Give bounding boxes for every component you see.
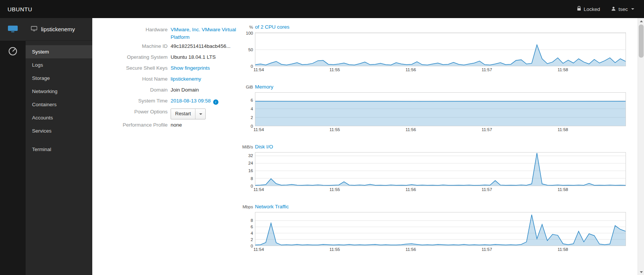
detail-value-link[interactable]: 2018-08-13 09:58 [171,98,211,104]
power-options-dropdown[interactable] [195,109,205,119]
chart-title-link[interactable]: Memory [255,84,273,90]
sidebar-item-system[interactable]: System [26,45,92,58]
detail-label: Hardware [109,24,168,41]
y-tick-label: 16 [248,168,253,173]
rail-machine-tile[interactable] [0,18,26,41]
scrollbar-thumb[interactable] [639,24,644,58]
locked-indicator[interactable]: Locked [577,6,600,12]
system-details: HardwareVMware, Inc. VMware Virtual Plat… [109,24,242,275]
x-tick-label: 11:57 [482,187,492,192]
sidebar-item-containers[interactable]: Containers [26,98,92,111]
detail-row-machine-id: Machine ID49c1822514114bacb456... [109,41,242,52]
chart-title-link[interactable]: of 2 CPU cores [255,24,290,30]
user-label: tsec [618,6,628,12]
detail-label: Machine ID [109,41,168,52]
x-tick-label: 11:56 [406,67,416,72]
detail-value: VMware, Inc. VMware Virtual Platform [171,24,242,41]
detail-row-operating-system: Operating SystemUbuntu 18.04.1 LTS [109,52,242,63]
detail-label: Operating System [109,52,168,63]
detail-value-link[interactable]: VMware, Inc. VMware Virtual Platform [171,27,236,40]
detail-value: 49c1822514114bacb456... [171,41,242,52]
chart-title-link[interactable]: Network Traffic [255,204,289,209]
user-menu[interactable]: tsec [611,6,634,12]
chevron-down-icon [199,113,202,115]
scrollbar-up-arrow[interactable] [638,18,644,24]
y-tick-label: 32 [248,153,253,158]
chart-svg-memory [255,93,626,126]
locked-label: Locked [584,6,600,12]
sidebar-item-services[interactable]: Services [26,124,92,138]
detail-label: Secure Shell Keys [109,63,168,73]
user-icon [611,6,616,12]
topbar: UBUNTU Locked tsec [0,0,644,18]
x-tick-label: 11:58 [558,187,568,192]
x-tick-label: 11:56 [406,247,416,252]
detail-row-system-time: System Time2018-08-13 09:58i [109,95,242,106]
power-options-button: Restart [171,108,206,119]
scrollbar-down-arrow[interactable] [638,269,644,275]
x-tick-label: 11:55 [330,187,340,192]
chart-cpu: %of 2 CPU cores05010011:5411:5511:5611:5… [242,24,626,72]
chart-plot-disk[interactable] [255,152,626,186]
sidebar-item-accounts[interactable]: Accounts [26,111,92,124]
chart-svg-cpu [255,33,626,66]
y-tick-label: 0 [251,184,253,188]
arrow-down-icon [640,271,643,273]
x-tick-label: 11:58 [558,127,568,132]
brand-logo: UBUNTU [8,6,32,12]
lock-icon [577,6,581,12]
y-tick-label: 8 [251,176,253,181]
chart-plot-network[interactable] [255,212,626,246]
chart-x-axis: 11:5411:5511:5611:5711:58 [255,246,626,252]
topbar-right: Locked tsec [577,6,634,12]
info-icon[interactable]: i [213,99,218,105]
detail-value: Show fingerprints [171,63,242,73]
host-name: lipstickenemy [41,26,75,32]
restart-button[interactable]: Restart [171,109,195,119]
gauge-icon [8,46,18,58]
chart-header: MbpsNetwork Traffic [242,204,626,211]
chart-unit-label: GiB [242,85,255,89]
y-tick-label: 6 [251,225,253,229]
detail-value: Join Domain [171,84,242,95]
y-tick-label: 4 [251,107,253,111]
x-tick-label: 11:55 [330,127,340,132]
chart-plot-cpu[interactable] [255,32,626,66]
arrow-up-icon [640,20,643,22]
sidebar-item-terminal[interactable]: Terminal [26,143,92,156]
sidebar-item-logs[interactable]: Logs [26,58,92,72]
chevron-down-icon [631,8,634,10]
chart-plot-memory[interactable] [255,92,626,126]
host-header[interactable]: lipstickenemy [26,18,92,41]
chart-header: MiB/sDisk I/O [242,144,626,151]
x-tick-label: 11:58 [558,67,568,72]
sidebar-item-storage[interactable]: Storage [26,72,92,85]
sidebar-rail [0,18,26,275]
detail-label: System Time [109,95,168,106]
chart-y-axis: 08162432 [242,152,255,186]
detail-value-link[interactable]: lipstickenemy [171,76,201,82]
server-icon [7,24,18,35]
y-tick-label: 6 [251,98,253,102]
y-tick-label: 0 [251,244,253,248]
detail-label: Performance Profile [109,119,168,130]
y-tick-label: 8 [251,218,253,223]
x-tick-label: 11:55 [330,67,340,72]
y-tick-label: 24 [248,161,253,165]
y-tick-label: 4 [251,231,253,235]
chart-title-link[interactable]: Disk I/O [255,144,273,150]
sidebar-menu-column: lipstickenemy SystemLogsStorageNetworkin… [26,18,92,275]
sidebar-item-networking[interactable]: Networking [26,85,92,98]
x-tick-label: 11:56 [406,187,416,192]
x-tick-label: 11:58 [558,247,568,252]
detail-value-link[interactable]: Show fingerprints [171,65,210,71]
detail-row-domain: DomainJoin Domain [109,84,242,95]
chart-unit-label: % [242,25,255,29]
detail-value: none [171,119,242,130]
detail-label: Host Name [109,73,168,84]
scrollbar [638,18,644,275]
x-tick-label: 11:54 [253,127,264,132]
x-tick-label: 11:54 [253,67,264,72]
chart-header: GiBMemory [242,84,626,91]
rail-dashboard-tile[interactable] [0,41,26,63]
